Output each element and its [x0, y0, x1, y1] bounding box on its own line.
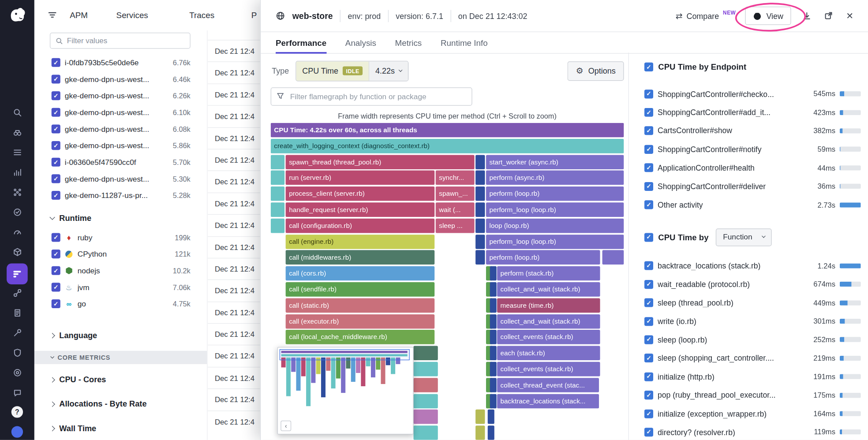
checkbox[interactable]: ✓	[52, 75, 60, 83]
checkbox[interactable]: ✓	[644, 317, 653, 326]
checkbox[interactable]: ✓	[644, 63, 653, 71]
flame-frame[interactable]	[475, 171, 485, 185]
nav-item-apm[interactable]: APM	[70, 11, 88, 20]
function-row[interactable]: ✓initialize (http.rb)191ms	[636, 367, 868, 386]
flame-frame[interactable]: backtrace_locations (stack...	[497, 394, 599, 408]
flame-frame[interactable]: call (static.rb)	[286, 298, 435, 313]
host-filter-row[interactable]: ✓i-06360e5f47590cc0f5.70k	[34, 154, 207, 171]
host-filter-row[interactable]: ✓gke-demo-dpn-us-west...5.30k	[34, 171, 207, 187]
flame-frame[interactable]: collect_events (stack.rb)	[497, 362, 600, 377]
profile-type-select[interactable]: CPU Time IDLE 4.22s	[296, 60, 408, 81]
checkbox[interactable]: ✓	[644, 372, 653, 381]
flame-frame[interactable]: create_with_logging_context (diagnostic_…	[271, 139, 624, 153]
profile-timestamp-row[interactable]: Dec 21 12:4	[208, 149, 260, 171]
rum-icon[interactable]	[11, 366, 23, 379]
flame-frame[interactable]: call (configuration.rb)	[286, 219, 435, 233]
host-filter-row[interactable]: ✓gke-demo-dpn-us-west...5.86k	[34, 137, 207, 154]
flame-frame[interactable]: collect_events (stack.rb)	[497, 330, 600, 345]
flame-frame[interactable]: each (stack.rb)	[497, 346, 600, 361]
flame-frame[interactable]: perform_loop (loop.rb)	[486, 235, 624, 249]
nav-item-services[interactable]: Services	[116, 11, 148, 20]
profile-timestamp-row[interactable]: Dec 21 12:4	[208, 171, 260, 192]
function-row[interactable]: ✓write (io.rb)301ms	[636, 312, 868, 331]
service-map-icon[interactable]	[11, 287, 23, 299]
profile-timestamp-row[interactable]: Dec 21 12:4	[208, 280, 260, 301]
checkbox[interactable]: ✓	[52, 191, 60, 200]
endpoint-row[interactable]: ✓ApplicationController#health44ms	[636, 159, 868, 177]
checkbox[interactable]: ✓	[644, 336, 653, 344]
flame-frame[interactable]: call (engine.rb)	[286, 235, 435, 249]
host-filter-row[interactable]: ✓gke-demo-dpn-us-west...6.10k	[34, 104, 207, 121]
endpoint-row[interactable]: ✓Other activity2.73s	[636, 195, 868, 214]
runtime-filter-row[interactable]: ✓♦ruby199k	[34, 229, 207, 246]
runtime-filter-row[interactable]: ✓♨jvm7.06k	[34, 279, 207, 296]
flame-frame[interactable]	[490, 266, 497, 281]
endpoint-row[interactable]: ✓ShoppingCartController#checko...545ms	[636, 85, 868, 103]
flame-frame[interactable]: process_client (server.rb)	[286, 186, 435, 201]
chat-icon[interactable]	[11, 386, 23, 399]
tab-metrics[interactable]: Metrics	[395, 32, 422, 53]
flame-frame[interactable]: call (middlewares.rb)	[286, 250, 435, 265]
flame-frame[interactable]	[414, 346, 438, 361]
flame-frame[interactable]	[602, 250, 624, 265]
checkbox[interactable]: ✓	[644, 89, 653, 98]
service-name[interactable]: web-store	[292, 11, 333, 21]
flamegraph-filter-input[interactable]	[271, 87, 472, 105]
function-row[interactable]: ✓sleep (shopping_cart_controller....219m…	[636, 349, 868, 368]
profile-timestamp-row[interactable]: Dec 21 12:4	[208, 236, 260, 257]
checkbox[interactable]: ✓	[52, 250, 60, 258]
flame-frame[interactable]: perform (async.rb)	[486, 171, 624, 185]
download-button[interactable]	[801, 10, 813, 22]
flame-frame[interactable]: spawn_...	[436, 186, 475, 201]
checkbox[interactable]: ✓	[52, 233, 60, 242]
profile-timestamp-row[interactable]: Dec 21 12:4	[208, 62, 260, 83]
checkbox[interactable]: ✓	[644, 200, 653, 209]
checkbox[interactable]: ✓	[52, 174, 60, 183]
flame-frame[interactable]: perform (loop.rb)	[486, 186, 624, 201]
profile-timestamp-row[interactable]: Dec 21 12:4	[208, 40, 260, 61]
flame-frame[interactable]: collect_thread_event (stac...	[497, 378, 599, 392]
endpoint-row[interactable]: ✓ShoppingCartController#add_it...423ms	[636, 103, 868, 122]
processes-icon[interactable]	[11, 186, 23, 198]
host-filter-row[interactable]: ✓gke-demo-11287-us-pr...5.28k	[34, 187, 207, 204]
nav-item-traces[interactable]: Traces	[189, 11, 214, 20]
profile-timestamp-row[interactable]: Dec 21 12:4	[208, 367, 260, 388]
profile-timestamp-row[interactable]: Dec 21 12:4	[208, 345, 260, 367]
checkbox[interactable]: ✓	[644, 391, 653, 399]
function-row[interactable]: ✓wait_readable (protocol.rb)674ms	[636, 275, 868, 294]
profile-timestamp-row[interactable]: Dec 21 12:4	[208, 258, 260, 280]
flame-frame[interactable]	[490, 362, 497, 377]
endpoint-row[interactable]: ✓ShoppingCartController#notify59ms	[636, 140, 868, 159]
profile-timestamp-row[interactable]: Dec 21 12:4	[208, 127, 260, 149]
flame-frame[interactable]: sleep ...	[436, 219, 475, 233]
flame-frame[interactable]: handle_request (server.rb)	[286, 202, 435, 217]
infrastructure-icon[interactable]	[11, 246, 23, 258]
ci-icon[interactable]	[11, 327, 23, 339]
tab-runtime-info[interactable]: Runtime Info	[441, 32, 488, 53]
compare-button[interactable]: ⇄ Compare NEW	[676, 11, 736, 21]
flame-frame[interactable]: call (sendfile.rb)	[286, 282, 435, 297]
minimap-viewport[interactable]	[280, 349, 410, 360]
checkbox[interactable]: ✓	[644, 428, 653, 436]
flame-frame[interactable]	[490, 378, 497, 392]
monitors-icon[interactable]	[11, 206, 23, 218]
flame-frame[interactable]	[475, 219, 485, 233]
checkbox[interactable]: ✓	[644, 182, 653, 190]
flame-frame[interactable]	[490, 314, 497, 328]
help-icon[interactable]: ?	[11, 406, 23, 418]
flame-frame[interactable]	[414, 394, 438, 408]
flame-frame[interactable]	[414, 362, 438, 377]
flame-frame[interactable]	[475, 202, 485, 217]
profile-timestamp-row[interactable]: Dec 21 12:4	[208, 83, 260, 105]
flame-frame[interactable]: call (cors.rb)	[286, 266, 435, 281]
profile-timestamp-row[interactable]: Dec 21 12:4	[208, 105, 260, 127]
runtime-section-header[interactable]: Runtime	[34, 210, 207, 226]
endpoint-row[interactable]: ✓ShoppingCartController#deliver36ms	[636, 177, 868, 196]
minimap-collapse-button[interactable]: ‹	[281, 421, 291, 431]
checkbox[interactable]: ✓	[52, 124, 60, 133]
function-row[interactable]: ✓sleep (thread_pool.rb)449ms	[636, 294, 868, 312]
logs-icon[interactable]	[11, 306, 23, 319]
flame-frame[interactable]	[271, 219, 284, 233]
flame-frame[interactable]	[475, 235, 485, 249]
flame-frame[interactable]	[414, 378, 438, 392]
